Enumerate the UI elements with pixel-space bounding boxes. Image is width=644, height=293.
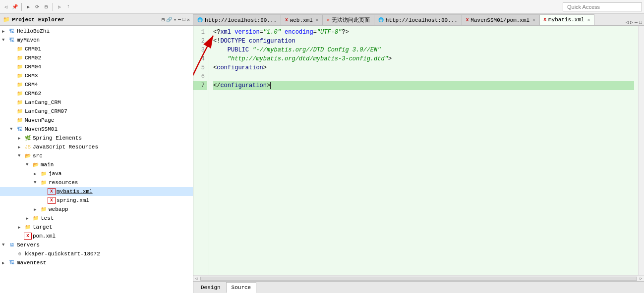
toolbar-sep2 xyxy=(53,3,53,11)
tree-item-webapp[interactable]: ▶ 📁 webapp xyxy=(0,205,193,214)
folder-icon-lancang-crm: 📁 xyxy=(16,99,24,106)
code-editor[interactable]: <?xml version="1.0" encoding="UTF-8"?> <… xyxy=(209,26,638,275)
toolbar-pin[interactable]: 📌 xyxy=(11,3,19,11)
editor-tab-right-controls: ◁ ▷ — □ xyxy=(624,19,644,25)
toolbar-back[interactable]: ◁ xyxy=(2,3,10,11)
tree-item-mavenpage[interactable]: 📁 MavenPage xyxy=(0,116,193,125)
tree-item-js-resources[interactable]: ▶ JS JavaScript Resources xyxy=(0,143,193,151)
line-numbers: 1 2 3 4 5 6 7 xyxy=(193,26,209,275)
line-num-6: 6 xyxy=(193,72,207,81)
tab-maximize-icon[interactable]: □ xyxy=(639,20,642,25)
label-java: java xyxy=(49,171,61,177)
tab-scroll-right-icon[interactable]: ▷ xyxy=(630,19,633,25)
tree-item-mymaven[interactable]: ▼ 🏗 myMaven xyxy=(0,36,193,45)
label-crm01: CRM01 xyxy=(25,46,41,52)
tree-item-crm62[interactable]: 📁 CRM62 xyxy=(0,89,193,98)
label-maventest: maventest xyxy=(17,260,46,266)
tree-item-mavenssm01[interactable]: ▼ 🏗 MavenSSM01 xyxy=(0,125,193,134)
tab-pom-xml[interactable]: X MavenSSM01/pom.xml ✕ xyxy=(462,14,540,25)
label-webapp: webapp xyxy=(49,206,68,212)
tree-item-spring-elements[interactable]: ▶ 🌿 Spring Elements xyxy=(0,134,193,143)
hscroll-right-icon[interactable]: ▷ xyxy=(638,276,644,282)
project-tree: ▶ 🏗 HelloBoZhi ▼ 🏗 myMaven 📁 CRM01 xyxy=(0,26,193,293)
minimize-panel-icon[interactable]: — xyxy=(178,17,181,23)
project-icon-mavenssm01: 🏗 xyxy=(16,126,24,133)
tab-scroll-left-icon[interactable]: ◁ xyxy=(626,19,629,25)
close-tab-web-xml[interactable]: ✕ xyxy=(316,17,318,23)
tree-item-crm3[interactable]: 📁 CRM3 xyxy=(0,71,193,80)
tab-web-xml[interactable]: X web.xml ✕ xyxy=(281,14,323,25)
tree-item-main[interactable]: ▼ 📂 main xyxy=(0,160,193,169)
tree-item-crm04[interactable]: 📁 CRM04 xyxy=(0,62,193,71)
tree-item-lancang-crm[interactable]: 📁 LanCang_CRM xyxy=(0,98,193,107)
tab-error-page[interactable]: ⊗ 无法访问此页面 xyxy=(323,14,374,25)
tree-item-pom-xml[interactable]: X pom.xml xyxy=(0,232,193,241)
folder-icon-java: 📁 xyxy=(40,170,48,177)
close-tab-mybatis[interactable]: ✕ xyxy=(587,17,590,23)
line-num-1: 1 xyxy=(193,28,207,37)
tree-item-spring-xml[interactable]: X spring.xml xyxy=(0,196,193,205)
label-lancang-crm: LanCang_CRM xyxy=(25,99,61,105)
hscroll-track[interactable] xyxy=(200,277,637,281)
tab-mybatis-xml[interactable]: X mybatis.xml ✕ xyxy=(540,14,594,25)
label-spring: Spring Elements xyxy=(33,135,82,141)
browser-icon-1: 🌐 xyxy=(197,17,203,23)
arrow-mavenssm01: ▼ xyxy=(10,127,16,132)
tree-item-test[interactable]: ▶ 📁 test xyxy=(0,214,193,223)
tree-item-maventest[interactable]: ▶ 🏗 maventest xyxy=(0,258,193,267)
label-crm4: CRM4 xyxy=(25,82,38,88)
tab-minimize-icon[interactable]: — xyxy=(635,20,638,25)
tree-item-lancang-crm07[interactable]: 📁 LanCang_CRM07 xyxy=(0,107,193,116)
toolbar-icon3[interactable]: ⟳ xyxy=(33,3,41,11)
line-num-4: 4 xyxy=(193,54,207,63)
tree-item-resources[interactable]: ▼ 📁 resources xyxy=(0,178,193,187)
panel-menu-icon[interactable]: ▾ xyxy=(174,17,176,23)
tree-item-servers[interactable]: ▼ 🖥 Servers xyxy=(0,241,193,249)
tab-label-web-xml: web.xml xyxy=(290,17,313,23)
panel-header: 📁 Project Explorer ⊟ 🔗 ▾ — □ ✕ xyxy=(0,14,193,26)
arrow-webapp: ▶ xyxy=(34,207,40,212)
code-line-6 xyxy=(213,72,634,81)
tree-item-java[interactable]: ▶ 📁 java xyxy=(0,169,193,178)
label-crm3: CRM3 xyxy=(25,73,38,79)
editor-hscrollbar[interactable]: ◁ ▷ xyxy=(193,275,644,281)
arrow-src: ▼ xyxy=(18,153,24,158)
tree-item-mybatis-xml[interactable]: X mybatis.xml xyxy=(0,187,193,196)
tree-item-src[interactable]: ▼ 📂 src xyxy=(0,151,193,160)
label-main: main xyxy=(41,162,54,168)
tree-item-crm01[interactable]: 📁 CRM01 xyxy=(0,45,193,53)
arrow-maventest: ▶ xyxy=(2,260,8,266)
toolbar-forward[interactable]: ▷ xyxy=(56,3,63,11)
label-mavenpage: MavenPage xyxy=(25,117,54,123)
toolbar-icon2[interactable]: ▶ xyxy=(24,3,32,11)
hscroll-left-icon[interactable]: ◁ xyxy=(193,276,199,282)
tree-item-hellobo[interactable]: ▶ 🏗 HelloBoZhi xyxy=(0,27,193,36)
project-icon-maventest: 🏗 xyxy=(8,259,16,266)
arrow-mymaven: ▼ xyxy=(2,38,8,43)
maximize-panel-icon[interactable]: □ xyxy=(182,17,185,23)
link-editor-icon[interactable]: 🔗 xyxy=(166,17,172,23)
tree-item-crm4[interactable]: 📁 CRM4 xyxy=(0,80,193,89)
collapse-all-icon[interactable]: ⊟ xyxy=(162,17,165,23)
arrow-java: ▶ xyxy=(34,171,40,177)
quick-access-input[interactable] xyxy=(563,2,642,11)
toolbar-up[interactable]: ↑ xyxy=(64,3,72,11)
close-tab-pom[interactable]: ✕ xyxy=(532,17,535,23)
tree-item-target[interactable]: ▶ 📁 target xyxy=(0,223,193,232)
tree-item-crm02[interactable]: 📁 CRM02 xyxy=(0,53,193,62)
close-panel-icon[interactable]: ✕ xyxy=(187,17,190,23)
tab-design[interactable]: Design xyxy=(195,282,226,293)
label-mymaven: myMaven xyxy=(17,37,40,43)
line-num-2: 2 xyxy=(193,37,207,46)
arrow-target: ▶ xyxy=(18,225,24,230)
tab-label-mybatis-xml: mybatis.xml xyxy=(548,17,585,23)
line-num-7: 7 xyxy=(193,81,207,90)
code-line-1: <?xml version="1.0" encoding="UTF-8"?> xyxy=(213,28,634,37)
folder-icon-main: 📂 xyxy=(32,161,40,168)
tab-browser1[interactable]: 🌐 http://localhost:80... xyxy=(193,14,281,25)
toolbar-icon4[interactable]: ⊞ xyxy=(42,3,50,11)
tab-browser2[interactable]: 🌐 http://localhost:80... xyxy=(374,14,462,25)
tree-item-kkaper[interactable]: ⚙ kkaper-quickstart-18072 xyxy=(0,249,193,258)
tab-source[interactable]: Source xyxy=(226,282,257,293)
editor-vscrollbar[interactable] xyxy=(638,26,644,275)
